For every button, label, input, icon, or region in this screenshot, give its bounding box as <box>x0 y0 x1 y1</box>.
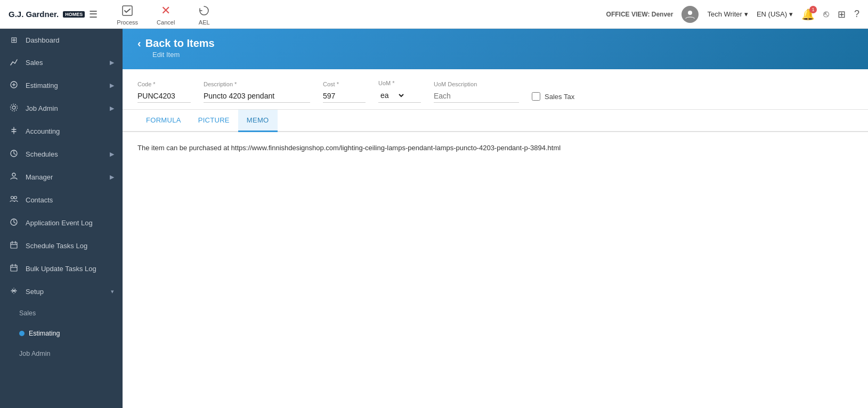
sidebar-item-bulk-update-tasks-log[interactable]: Bulk Update Tasks Log <box>0 257 123 280</box>
sidebar-item-manager[interactable]: Manager ▶ <box>0 166 123 189</box>
accounting-icon <box>9 126 19 136</box>
arrow-icon: ▶ <box>110 82 114 89</box>
schedule-tasks-icon <box>9 241 19 251</box>
schedules-icon <box>9 149 19 159</box>
svg-point-8 <box>12 173 15 176</box>
sidebar-item-label: Estimating <box>26 81 103 89</box>
brand-badge: HOMES <box>63 11 85 18</box>
sidebar-item-contacts[interactable]: Contacts <box>0 189 123 211</box>
description-field: Description * <box>204 81 310 103</box>
notification-button[interactable]: 🔔 1 <box>801 8 815 21</box>
uom-desc-field: UoM Description <box>434 81 519 103</box>
sidebar-item-label: Manager <box>26 173 103 181</box>
svg-rect-16 <box>11 265 17 271</box>
dashboard-icon: ⊞ <box>9 35 19 45</box>
sales-tax-label: Sales Tax <box>545 93 574 101</box>
sidebar-subitem-sales[interactable]: Sales <box>0 303 123 323</box>
avatar <box>682 6 699 23</box>
sidebar-subitem-label: Sales <box>19 309 114 317</box>
process-icon <box>120 3 135 18</box>
sidebar-item-label: Accounting <box>26 127 114 135</box>
uom-field: UoM * ea each m m2 hr ls <box>378 80 421 103</box>
sidebar-item-dashboard[interactable]: ⊞ Dashboard <box>0 29 123 51</box>
sidebar-item-schedule-tasks-log[interactable]: Schedule Tasks Log <box>0 234 123 257</box>
svg-rect-12 <box>11 242 17 248</box>
sidebar-item-label: Job Admin <box>26 104 103 112</box>
description-label: Description * <box>204 81 310 87</box>
svg-point-10 <box>14 197 17 199</box>
main-layout: ⊞ Dashboard Sales ▶ Estimating ▶ Job Adm… <box>0 29 868 408</box>
estimating-icon <box>9 80 19 91</box>
sidebar-item-label: Contacts <box>26 196 114 204</box>
help-icon[interactable]: ? <box>854 9 859 20</box>
memo-area: The item can be purchased at https://www… <box>123 132 868 408</box>
process-label: Process <box>117 19 138 26</box>
office-view: OFFICE VIEW: Denver <box>606 11 674 18</box>
bulk-update-icon <box>9 264 19 274</box>
notification-badge: 1 <box>809 6 817 13</box>
sidebar-item-app-event-log[interactable]: Application Event Log <box>0 211 123 234</box>
sidebar-subitem-job-admin[interactable]: Job Admin <box>0 344 123 364</box>
arrow-icon: ▶ <box>110 105 114 112</box>
tab-memo[interactable]: MEMO <box>238 110 278 132</box>
collapse-icon[interactable]: ☰ <box>89 9 98 20</box>
sidebar-item-schedules[interactable]: Schedules ▶ <box>0 143 123 166</box>
sidebar-item-job-admin[interactable]: Job Admin ▶ <box>0 97 123 120</box>
sidebar-item-label: Schedules <box>26 150 103 158</box>
sales-tax-checkbox[interactable] <box>532 92 540 101</box>
svg-point-5 <box>12 106 15 109</box>
uom-desc-label: UoM Description <box>434 81 519 87</box>
tab-picture[interactable]: PICTURE <box>190 110 238 132</box>
page-header: ‹ Back to Items Edit Item <box>123 29 868 69</box>
page-subtitle: Edit Item <box>152 51 853 59</box>
toolbar: G.J. Gardner. HOMES ☰ Process ✕ Cancel A… <box>0 0 868 29</box>
sidebar-item-label: Schedule Tasks Log <box>26 242 114 250</box>
sales-tax-field: Sales Tax <box>532 92 574 103</box>
back-link[interactable]: ‹ Back to Items <box>137 37 853 50</box>
form-area: Code * Description * Cost * UoM * ea <box>123 69 868 110</box>
svg-point-9 <box>11 197 14 199</box>
sidebar-item-sales[interactable]: Sales ▶ <box>0 51 123 74</box>
code-label: Code * <box>137 81 191 87</box>
content-area: ‹ Back to Items Edit Item Code * Descrip… <box>123 29 868 408</box>
sidebar-item-label: Sales <box>26 59 103 67</box>
form-row: Code * Description * Cost * UoM * ea <box>137 80 853 103</box>
lang-dropdown-icon: ▾ <box>789 10 793 18</box>
app-event-log-icon <box>9 218 19 228</box>
language-selector[interactable]: EN (USA) ▾ <box>757 10 793 18</box>
code-field: Code * <box>137 81 191 103</box>
job-admin-icon <box>9 103 19 113</box>
arrow-icon: ▾ <box>111 288 114 295</box>
tab-formula[interactable]: FORMULA <box>137 110 190 132</box>
ael-button[interactable]: AEL <box>191 3 217 26</box>
sidebar-item-accounting[interactable]: Accounting <box>0 120 123 143</box>
manager-icon <box>9 172 19 182</box>
tabs-bar: FORMULA PICTURE MEMO <box>123 110 868 132</box>
uom-desc-input[interactable] <box>434 89 519 103</box>
setup-icon <box>9 287 19 297</box>
code-input[interactable] <box>137 89 191 103</box>
grid-icon[interactable]: ⊞ <box>838 9 846 20</box>
sidebar-item-label: Application Event Log <box>26 219 114 227</box>
sidebar-item-estimating[interactable]: Estimating ▶ <box>0 74 123 97</box>
memo-text: The item can be purchased at https://www… <box>137 144 561 152</box>
arrow-icon: ▶ <box>110 151 114 158</box>
user-dropdown-icon: ▾ <box>744 10 748 18</box>
memo-content: The item can be purchased at https://www… <box>137 143 853 154</box>
uom-select[interactable]: ea each m m2 hr ls <box>378 88 405 102</box>
svg-point-1 <box>688 11 692 15</box>
cost-input[interactable] <box>323 89 366 103</box>
back-arrow-icon: ‹ <box>137 37 141 50</box>
sidebar-item-setup[interactable]: Setup ▾ <box>0 280 123 303</box>
description-input[interactable] <box>204 89 310 103</box>
cancel-button[interactable]: ✕ Cancel <box>153 3 179 26</box>
exit-icon[interactable]: ⎋ <box>823 9 829 20</box>
cancel-icon: ✕ <box>158 3 173 18</box>
svg-point-6 <box>11 104 18 111</box>
sidebar-subitem-estimating[interactable]: Estimating <box>0 323 123 344</box>
arrow-icon: ▶ <box>110 59 114 66</box>
process-button[interactable]: Process <box>115 3 140 26</box>
toolbar-right: OFFICE VIEW: Denver Tech Writer ▾ EN (US… <box>606 6 859 23</box>
active-dot <box>19 331 25 336</box>
user-name[interactable]: Tech Writer ▾ <box>707 10 748 18</box>
